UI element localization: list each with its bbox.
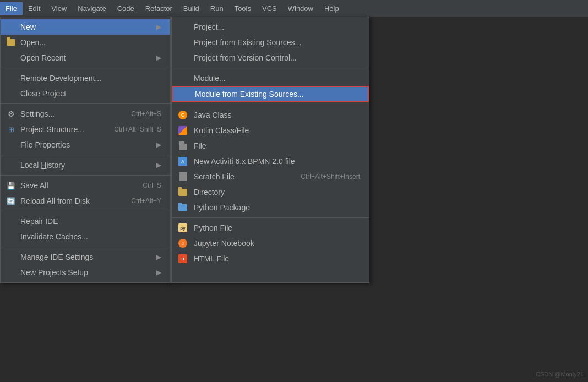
save-icon: 💾 (5, 182, 17, 190)
settings-shortcut: Ctrl+Alt+S (120, 110, 161, 118)
arrow-icon-3: ▶ (156, 141, 161, 149)
submenu-item-html[interactable]: H HTML File (172, 251, 369, 266)
separator-1 (1, 68, 170, 68)
grid-icon: ⊞ (5, 125, 17, 134)
submenu-java-class-label: Java Class (194, 111, 231, 119)
menu-item-open-recent[interactable]: Open Recent ▶ (1, 50, 170, 66)
submenu-file-label: File (194, 141, 206, 150)
menu-item-manage-ide[interactable]: Manage IDE Settings ▶ (1, 249, 170, 265)
proj-struct-shortcut: Ctrl+Alt+Shift+S (103, 125, 161, 133)
menu-item-reload[interactable]: 🔄 Reload All from Disk Ctrl+Alt+Y (1, 193, 170, 209)
menu-item-new-projects-label: New Projects Setup (20, 268, 156, 277)
submenu-scratch-label: Scratch File (194, 172, 235, 181)
dir-icon (176, 189, 189, 196)
menubar: File Edit View Navigate Code Refactor Bu… (0, 0, 588, 17)
submenu-module-existing-label: Module from Existing Sources... (195, 90, 304, 99)
submenu-item-directory[interactable]: Directory (172, 184, 369, 200)
menu-item-reload-label: Reload All from Disk (20, 197, 120, 205)
file-icon (176, 141, 189, 150)
menu-item-settings-label: Settings... (20, 110, 120, 118)
menu-item-file-props-label: File Properties (20, 140, 156, 149)
menu-item-save-label: Save All (20, 181, 132, 190)
submenu-jupyter-label: Jupyter Notebook (194, 239, 254, 248)
submenu-item-activiti[interactable]: A New Activiti 6.x BPMN 2.0 file (172, 154, 369, 169)
activiti-icon: A (176, 157, 189, 166)
menu-item-repair-ide[interactable]: Repair IDE (1, 214, 170, 229)
menubar-help[interactable]: Help (319, 2, 345, 15)
python-package-icon (176, 204, 189, 211)
menu-item-invalidate-label: Invalidate Caches... (20, 232, 161, 241)
submenu-item-python-package[interactable]: Python Package (172, 200, 369, 215)
submenu-item-kotlin-class[interactable]: Kotlin Class/File (172, 123, 369, 138)
scratch-icon (176, 172, 189, 181)
menubar-tools[interactable]: Tools (229, 2, 257, 15)
new-submenu-panel: Project... Project from Existing Sources… (171, 17, 369, 283)
reload-icon: 🔄 (5, 197, 17, 205)
menu-item-local-history-label: Local History (20, 161, 156, 170)
menubar-refactor[interactable]: Refactor (140, 2, 178, 15)
menu-item-proj-struct-label: Project Structure... (20, 125, 103, 134)
menubar-code[interactable]: Code (112, 2, 140, 15)
kotlin-class-icon (176, 126, 189, 135)
menu-item-close-project[interactable]: Close Project (1, 86, 170, 101)
submenu-item-python-file[interactable]: py Python File (172, 220, 369, 236)
submenu-kotlin-class-label: Kotlin Class/File (194, 126, 249, 135)
menu-item-new-label: New (20, 23, 156, 31)
watermark: CSDN @Monly21 (536, 371, 584, 378)
submenu-item-module-existing[interactable]: Module from Existing Sources... (172, 86, 369, 102)
submenu-directory-label: Directory (194, 188, 225, 197)
menubar-run[interactable]: Run (205, 2, 229, 15)
submenu-project-label: Project... (194, 23, 224, 31)
menu-item-remote-dev[interactable]: Remote Development... (1, 70, 170, 86)
menu-item-open[interactable]: Open... (1, 35, 170, 50)
arrow-icon-6: ▶ (156, 269, 161, 276)
menu-item-invalidate-caches[interactable]: Invalidate Caches... (1, 229, 170, 244)
menu-item-open-label: Open... (20, 38, 161, 47)
save-shortcut: Ctrl+S (132, 182, 161, 189)
reload-shortcut: Ctrl+Alt+Y (120, 197, 161, 205)
submenu-item-project[interactable]: Project... (172, 19, 369, 35)
menu-item-open-recent-label: Open Recent (20, 53, 156, 62)
menu-item-repair-label: Repair IDE (20, 217, 161, 226)
menu-item-local-history[interactable]: Local History ▶ (1, 157, 170, 173)
folder-icon (5, 39, 17, 46)
sub-separator-2 (172, 105, 369, 105)
submenu-item-module[interactable]: Module... (172, 70, 369, 86)
arrow-icon-4: ▶ (156, 161, 161, 169)
python-file-icon: py (176, 223, 189, 232)
submenu-module-label: Module... (194, 74, 226, 83)
arrow-icon-2: ▶ (156, 54, 161, 62)
html-icon: H (176, 254, 189, 263)
menu-item-save-all[interactable]: 💾 Save All Ctrl+S (1, 178, 170, 193)
menubar-navigate[interactable]: Navigate (72, 2, 111, 15)
submenu-item-jupyter[interactable]: J Jupyter Notebook (172, 236, 369, 251)
submenu-item-scratch[interactable]: Scratch File Ctrl+Alt+Shift+Insert (172, 169, 369, 184)
submenu-python-package-label: Python Package (194, 203, 250, 212)
submenu-project-existing-label: Project from Existing Sources... (194, 38, 301, 47)
file-menu-panel: New ▶ Open... Open Recent ▶ Remote Devel… (0, 17, 171, 283)
submenu-item-project-vcs[interactable]: Project from Version Control... (172, 50, 369, 66)
menu-item-file-properties[interactable]: File Properties ▶ (1, 137, 170, 152)
menubar-edit[interactable]: Edit (23, 2, 46, 15)
menu-item-manage-label: Manage IDE Settings (20, 253, 156, 261)
submenu-html-label: HTML File (194, 254, 229, 263)
menubar-view[interactable]: View (46, 2, 72, 15)
jupyter-icon: J (176, 239, 189, 248)
menubar-file[interactable]: File (0, 2, 23, 15)
submenu-item-file[interactable]: File (172, 138, 369, 154)
menu-item-new-projects-setup[interactable]: New Projects Setup ▶ (1, 265, 170, 280)
submenu-item-java-class[interactable]: C Java Class (172, 107, 369, 123)
menu-item-project-structure[interactable]: ⊞ Project Structure... Ctrl+Alt+Shift+S (1, 122, 170, 137)
arrow-icon: ▶ (156, 23, 161, 31)
sub-separator-1 (172, 68, 369, 68)
menu-item-close-label: Close Project (20, 89, 161, 98)
submenu-item-project-existing[interactable]: Project from Existing Sources... (172, 35, 369, 50)
menubar-window[interactable]: Window (282, 2, 319, 15)
separator-4 (1, 175, 170, 176)
menu-item-settings[interactable]: ⚙ Settings... Ctrl+Alt+S (1, 106, 170, 122)
menu-item-remote-label: Remote Development... (20, 74, 161, 83)
menubar-build[interactable]: Build (178, 2, 205, 15)
menubar-vcs[interactable]: VCS (257, 2, 282, 15)
separator-2 (1, 103, 170, 104)
menu-item-new[interactable]: New ▶ (1, 19, 170, 35)
